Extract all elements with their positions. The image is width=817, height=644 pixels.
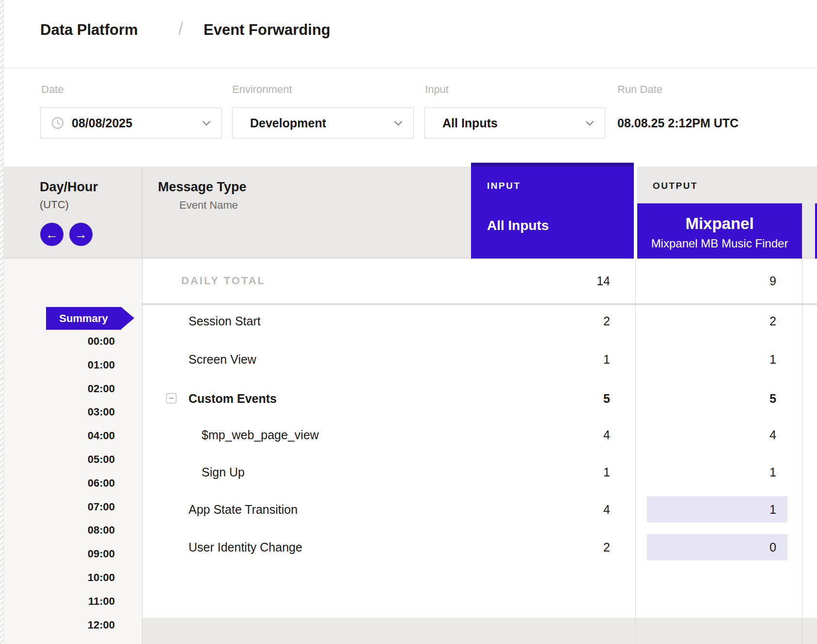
input-column-header[interactable] <box>471 163 634 259</box>
daily-total-input-value: 14 <box>597 274 610 288</box>
column-separator <box>142 167 142 644</box>
day-hour-header: Day/Hour <box>40 180 98 195</box>
input-count-cell: 1 <box>603 465 610 479</box>
date-dropdown[interactable]: 08/08/2025 <box>40 107 222 138</box>
message-type-header: Message Type <box>158 180 247 195</box>
hour-row-label[interactable]: 10:00 <box>29 571 115 584</box>
output-count-cell: 5 <box>770 392 776 406</box>
row-label: Sign Up <box>202 465 245 479</box>
hour-row-label[interactable]: 08:00 <box>29 524 115 537</box>
hour-row-label[interactable]: 05:00 <box>29 453 115 466</box>
daily-total-separator <box>142 304 817 305</box>
input-value: All Inputs <box>442 116 498 130</box>
environment-value: Development <box>250 116 326 130</box>
input-column-name: All Inputs <box>487 218 549 233</box>
input-count-cell: 4 <box>603 428 610 442</box>
hour-row-label[interactable]: 03:00 <box>29 406 115 418</box>
run-date-label: Run Date <box>617 83 662 96</box>
chevron-down-icon <box>585 121 594 126</box>
environment-filter-label: Environment <box>232 83 292 96</box>
output-cell-highlight <box>647 534 787 560</box>
environment-dropdown[interactable]: Development <box>232 107 414 138</box>
chevron-down-icon <box>202 121 211 126</box>
output-count-cell: 2 <box>770 314 776 328</box>
daily-total-label: DAILY TOTAL <box>181 275 266 287</box>
output-count-cell: 4 <box>770 428 776 442</box>
input-count-cell: 4 <box>603 503 610 517</box>
hour-row-label[interactable]: 00:00 <box>29 335 115 348</box>
event-forwarding-page: Data Platform / Event Forwarding Date En… <box>0 0 817 644</box>
page-title: Event Forwarding <box>204 21 330 39</box>
input-count-cell: 1 <box>603 353 610 367</box>
input-filter-label: Input <box>425 83 449 96</box>
event-name-subtitle: Event Name <box>179 199 238 212</box>
output-count-cell: 0 <box>770 540 776 554</box>
summary-tab[interactable]: Summary <box>46 307 121 330</box>
column-gap <box>634 163 637 259</box>
input-count-cell: 2 <box>603 314 610 328</box>
row-label: Screen View <box>189 353 256 367</box>
input-section-label: INPUT <box>487 181 521 191</box>
run-date-value: 08.08.25 2:12PM UTC <box>617 116 738 130</box>
arrow-left-icon: ← <box>46 228 58 241</box>
row-label: $mp_web_page_view <box>202 428 319 442</box>
chevron-down-icon <box>394 121 403 126</box>
output-column-name: Mixpanel <box>637 215 802 233</box>
hour-row-label[interactable]: 02:00 <box>29 383 115 395</box>
hour-row-label[interactable]: 07:00 <box>29 501 115 513</box>
breadcrumb-section[interactable]: Data Platform <box>40 21 138 39</box>
hour-row-label[interactable]: 09:00 <box>29 548 115 560</box>
day-hour-subtitle: (UTC) <box>40 199 69 211</box>
clock-icon <box>51 117 64 129</box>
hour-row-label[interactable]: 04:00 <box>29 429 115 442</box>
previous-day-button[interactable]: ← <box>40 223 63 246</box>
input-count-cell: 5 <box>603 392 610 406</box>
breadcrumb-separator: / <box>178 19 183 39</box>
row-label: User Identity Change <box>189 540 302 554</box>
next-output-column-edge <box>815 203 817 259</box>
hour-row-label[interactable]: 11:00 <box>29 595 115 608</box>
next-day-button[interactable]: → <box>69 223 93 246</box>
output-column-subname: Mixpanel MB Music Finder <box>637 237 802 250</box>
date-filter-label: Date <box>41 83 63 96</box>
column-separator <box>635 259 636 644</box>
output-count-cell: 1 <box>770 503 776 517</box>
output-cell-highlight <box>647 496 787 522</box>
daily-total-output-value: 9 <box>770 274 776 288</box>
row-label: Custom Events <box>189 392 277 406</box>
column-separator <box>802 259 802 644</box>
output-count-cell: 1 <box>770 353 776 367</box>
input-count-cell: 2 <box>603 540 610 554</box>
row-label: Session Start <box>189 314 261 328</box>
hour-row-label[interactable]: 06:00 <box>29 477 115 490</box>
input-dropdown[interactable]: All Inputs <box>424 107 605 138</box>
header-divider <box>0 68 817 68</box>
table-footer-band <box>142 618 817 644</box>
hour-row-label[interactable]: 13:00 <box>29 642 115 644</box>
arrow-right-icon: → <box>75 228 87 241</box>
date-value: 08/08/2025 <box>72 116 132 130</box>
hour-row-label[interactable]: 01:00 <box>29 359 115 371</box>
left-edge-decoration <box>0 0 4 644</box>
row-label: App State Transition <box>189 503 298 517</box>
collapse-icon[interactable]: − <box>166 393 176 403</box>
output-section-label: OUTPUT <box>653 181 698 191</box>
hour-row-label[interactable]: 12:00 <box>29 619 115 631</box>
output-count-cell: 1 <box>770 465 776 479</box>
